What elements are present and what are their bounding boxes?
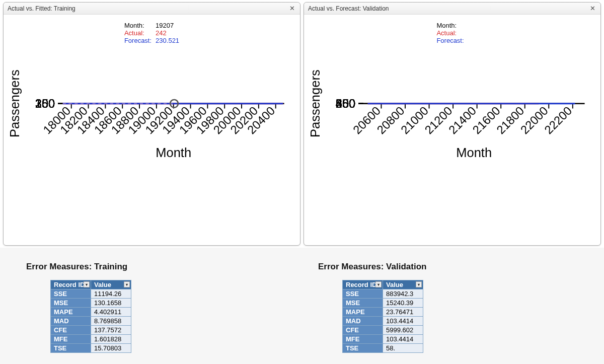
svg-text:22000: 22000 [518, 104, 551, 137]
metric-value: 23.76471 [383, 308, 423, 317]
svg-text:Passengers: Passengers [308, 69, 322, 137]
filter-dropdown-icon[interactable]: ▾ [416, 281, 422, 287]
svg-text:22200: 22200 [542, 104, 575, 137]
metric-value: 103.4414 [383, 317, 423, 326]
metric-name: TSE [343, 344, 383, 353]
metric-value: 4.402911 [91, 308, 131, 317]
metric-value: 58. [383, 344, 423, 353]
table-row: TSE58. [343, 344, 423, 353]
panel-training-titlebar[interactable]: Actual vs. Fitted: Training ✕ [4, 3, 300, 15]
error-block-validation: Error Measures: Validation Record ID▾Val… [312, 258, 584, 361]
svg-text:21000: 21000 [398, 104, 431, 137]
filter-dropdown-icon[interactable]: ▾ [84, 281, 90, 287]
table-header-record-id[interactable]: Record ID▾ [51, 280, 91, 289]
metric-name: SSE [51, 289, 91, 299]
panel-training-title: Actual vs. Fitted: Training [8, 5, 76, 12]
error-title-validation: Error Measures: Validation [318, 262, 584, 272]
svg-text:Passengers: Passengers [8, 69, 22, 137]
error-table-training: Record ID▾Value▾SSE11194.26MSE130.1658MA… [50, 280, 131, 353]
svg-text:21800: 21800 [494, 104, 527, 137]
table-row: MSE130.1658 [51, 299, 131, 308]
svg-text:Month: Month [456, 145, 492, 160]
table-row: SSE11194.26 [51, 289, 131, 299]
svg-text:20800: 20800 [374, 104, 407, 137]
metric-name: MAPE [343, 308, 383, 317]
svg-text:350: 350 [35, 97, 55, 110]
metric-value: 1.601828 [91, 335, 131, 344]
metric-name: MFE [51, 335, 91, 344]
metric-name: CFE [51, 326, 91, 335]
panel-validation[interactable]: Actual vs. Forecast: Validation ✕ Month:… [304, 2, 601, 246]
svg-text:21200: 21200 [422, 104, 455, 137]
metric-name: TSE [51, 344, 91, 353]
chart-training[interactable]: 1001502002503003501800018200184001860018… [4, 15, 300, 163]
svg-text:21400: 21400 [446, 104, 479, 137]
metric-value: 130.1658 [91, 299, 131, 308]
table-header-record-id[interactable]: Record ID▾ [343, 280, 383, 289]
chart-validation[interactable]: 2503003504004505005506006502060020800210… [304, 15, 600, 163]
metric-name: MAD [343, 317, 383, 326]
table-row: CFE5999.602 [343, 326, 423, 335]
svg-text:Month: Month [156, 145, 191, 160]
metric-name: CFE [343, 326, 383, 335]
table-row: MSE15240.39 [343, 299, 423, 308]
metric-value: 8.769858 [91, 317, 131, 326]
metric-value: 5999.602 [383, 326, 423, 335]
metric-value: 883942.3 [383, 289, 423, 299]
table-row: MAD103.4414 [343, 317, 423, 326]
metric-name: MSE [51, 299, 91, 308]
metric-name: SSE [343, 289, 383, 299]
filter-dropdown-icon[interactable]: ▾ [375, 281, 382, 287]
svg-text:21600: 21600 [470, 104, 503, 137]
panel-validation-title: Actual vs. Forecast: Validation [308, 5, 389, 12]
error-block-training: Error Measures: Training Record ID▾Value… [20, 258, 292, 361]
error-title-training: Error Measures: Training [26, 262, 292, 272]
metric-name: MAPE [51, 308, 91, 317]
table-row: MFE103.4414 [343, 335, 423, 344]
table-row: SSE883942.3 [343, 289, 423, 299]
table-row: CFE137.7572 [51, 326, 131, 335]
close-icon[interactable]: ✕ [588, 5, 596, 13]
table-row: TSE15.70803 [51, 344, 131, 353]
metric-name: MFE [343, 335, 383, 344]
table-row: MAPE4.402911 [51, 308, 131, 317]
metric-value: 11194.26 [91, 289, 131, 299]
table-row: MFE1.601828 [51, 335, 131, 344]
table-row: MAPE23.76471 [343, 308, 423, 317]
svg-text:650: 650 [336, 97, 355, 110]
metric-value: 15240.39 [383, 299, 423, 308]
filter-dropdown-icon[interactable]: ▾ [124, 281, 130, 287]
metric-name: MSE [343, 299, 383, 308]
metric-value: 15.70803 [91, 344, 131, 353]
close-icon[interactable]: ✕ [288, 5, 296, 13]
metric-value: 137.7572 [91, 326, 131, 335]
panel-validation-titlebar[interactable]: Actual vs. Forecast: Validation ✕ [304, 3, 600, 15]
table-header-value[interactable]: Value▾ [383, 280, 423, 289]
metric-value: 103.4414 [383, 335, 423, 344]
error-table-validation: Record ID▾Value▾SSE883942.3MSE15240.39MA… [342, 280, 423, 353]
table-header-value[interactable]: Value▾ [91, 280, 131, 289]
table-row: MAD8.769858 [51, 317, 131, 326]
metric-name: MAD [51, 317, 91, 326]
panel-training[interactable]: Actual vs. Fitted: Training ✕ Month:1920… [3, 2, 300, 246]
